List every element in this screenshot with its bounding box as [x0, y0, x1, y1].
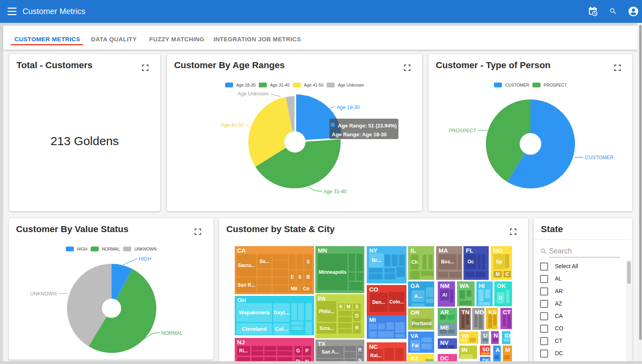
svg-text:Age 31-40: Age 31-40: [323, 189, 347, 194]
svg-text:PROSPECT: PROSPECT: [449, 128, 476, 133]
svg-text:CUSTOMER: CUSTOMER: [585, 155, 614, 160]
svg-text:HIGH: HIGH: [139, 256, 151, 262]
svg-text:UNKNOWN: UNKNOWN: [30, 291, 57, 297]
svg-text:Age Range: Age 18-30: Age Range: Age 18-30: [332, 131, 387, 138]
svg-text:Age 18-30: Age 18-30: [337, 105, 360, 110]
svg-text:Age 41-50: Age 41-50: [221, 122, 244, 128]
svg-text:NORMAL: NORMAL: [161, 330, 183, 336]
svg-text:Age Range: 51 (23.94%): Age Range: 51 (23.94%): [338, 123, 397, 129]
svg-text:Age Unknown: Age Unknown: [238, 91, 269, 97]
